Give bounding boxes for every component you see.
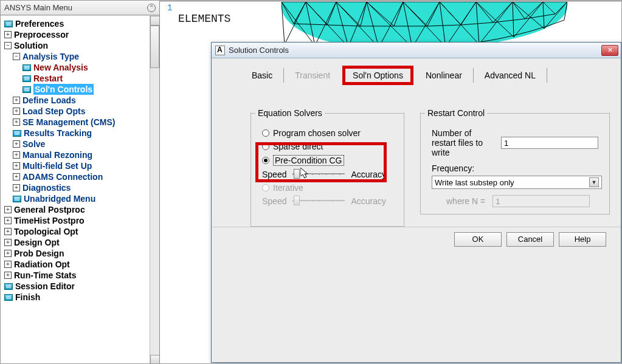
tree-item[interactable]: +Solve bbox=[2, 139, 159, 149]
plus-icon[interactable]: + bbox=[4, 250, 12, 257]
scroll-thumb[interactable] bbox=[150, 26, 159, 68]
ok-button[interactable]: OK bbox=[454, 232, 502, 247]
tree-item[interactable]: Session Editor bbox=[2, 281, 159, 292]
tab-nonlinear[interactable]: Nonlinear bbox=[416, 67, 472, 84]
tab-transient[interactable]: Transient bbox=[285, 67, 340, 84]
tree-item-label: Analysis Type bbox=[22, 51, 79, 62]
tree-item[interactable]: Unabridged Menu bbox=[2, 193, 159, 204]
cancel-button[interactable]: Cancel bbox=[506, 232, 554, 247]
tree-view[interactable]: Preferences+Preprocessor−Solution−Analys… bbox=[1, 16, 159, 305]
sidebar-header: ANSYS Main Menu ⌃ bbox=[1, 1, 159, 15]
frequency-label: Frequency: bbox=[432, 163, 598, 173]
tree-item-label: ADAMS Connection bbox=[22, 171, 103, 182]
viewport-label: ELEMENTS bbox=[178, 13, 230, 25]
tree-item[interactable]: +Define Loads bbox=[2, 95, 159, 106]
tab-basic[interactable]: Basic bbox=[242, 67, 282, 84]
form-icon bbox=[13, 196, 21, 202]
frequency-select[interactable]: Write last substep only ▼ bbox=[432, 176, 602, 189]
tree-item[interactable]: +Radiation Opt bbox=[2, 259, 159, 270]
tree-item[interactable]: +Diagnostics bbox=[2, 182, 159, 193]
radio-program-label: Program chosen solver bbox=[273, 128, 361, 138]
form-icon bbox=[4, 21, 13, 27]
slider-thumb-disabled bbox=[294, 196, 300, 205]
tree-item[interactable]: +Multi-field Set Up bbox=[2, 160, 159, 171]
slider-speed-label-disabled: Speed bbox=[262, 196, 286, 206]
tree-item-label: Results Tracking bbox=[24, 128, 92, 139]
plus-icon[interactable]: + bbox=[13, 108, 20, 115]
tree-item[interactable]: Preferences bbox=[2, 18, 159, 29]
tab-soln-options-highlight: Sol'n Options bbox=[342, 66, 413, 85]
tree-item-label: SE Management (CMS) bbox=[22, 117, 115, 128]
tree-item[interactable]: Results Tracking bbox=[2, 128, 159, 139]
mouse-cursor-icon bbox=[300, 168, 309, 179]
plus-icon[interactable]: + bbox=[4, 261, 12, 268]
tab-advanced-nl[interactable]: Advanced NL bbox=[475, 67, 545, 84]
tree-item[interactable]: +Topological Opt bbox=[2, 226, 159, 237]
tree-item[interactable]: +Design Opt bbox=[2, 237, 159, 248]
plus-icon[interactable]: + bbox=[13, 184, 20, 191]
plus-icon[interactable]: + bbox=[13, 162, 20, 170]
tree-item-label: Radiation Opt bbox=[14, 259, 70, 270]
plus-icon[interactable]: + bbox=[13, 97, 20, 104]
tree-item-label: Session Editor bbox=[15, 281, 75, 292]
tree-item[interactable]: Sol'n Controls bbox=[2, 84, 159, 95]
plus-icon[interactable]: + bbox=[13, 151, 20, 159]
iterative-slider-row: Speed Accuracy bbox=[262, 196, 393, 206]
tree-item-label: Diagnostics bbox=[22, 182, 71, 193]
tree-item[interactable]: Finish bbox=[2, 292, 159, 303]
main-menu-sidebar: ANSYS Main Menu ⌃ Preferences+Preprocess… bbox=[1, 1, 160, 364]
tab-divider bbox=[473, 68, 474, 83]
tree-item-label: Finish bbox=[15, 292, 40, 303]
plus-icon[interactable]: + bbox=[13, 140, 20, 148]
close-icon[interactable]: ✕ bbox=[601, 45, 618, 56]
tree-item[interactable]: +General Postproc bbox=[2, 204, 159, 215]
svg-marker-0 bbox=[300, 168, 308, 178]
scroll-up-icon[interactable]: ▲ bbox=[150, 16, 159, 26]
app-icon bbox=[215, 46, 225, 55]
plus-icon[interactable]: + bbox=[4, 272, 12, 279]
highlight-box-pcg bbox=[255, 142, 387, 182]
viewport-line-number: 1 bbox=[167, 3, 172, 13]
tree-item[interactable]: −Analysis Type bbox=[2, 51, 159, 62]
restart-nfiles-input[interactable] bbox=[501, 137, 598, 149]
plus-icon[interactable]: + bbox=[4, 239, 12, 246]
sidebar-collapse-icon[interactable]: ⌃ bbox=[147, 4, 156, 12]
dialog-titlebar[interactable]: Solution Controls ✕ bbox=[212, 43, 621, 58]
tree-item[interactable]: +Manual Rezoning bbox=[2, 149, 159, 160]
plus-icon[interactable]: + bbox=[13, 118, 20, 126]
form-icon bbox=[22, 86, 31, 93]
tree-item-label: Multi-field Set Up bbox=[22, 160, 92, 171]
plus-icon[interactable]: + bbox=[4, 31, 12, 38]
plus-icon[interactable]: + bbox=[13, 173, 20, 180]
plus-icon[interactable]: + bbox=[4, 217, 12, 224]
tree-item-label: TimeHist Postpro bbox=[14, 215, 85, 226]
chevron-down-icon[interactable]: ▼ bbox=[589, 177, 599, 187]
tree-item[interactable]: +Prob Design bbox=[2, 248, 159, 259]
tab-soln-options[interactable]: Sol'n Options bbox=[353, 70, 403, 80]
tree-item-label: Design Opt bbox=[14, 237, 60, 248]
scroll-down-icon[interactable]: ▼ bbox=[150, 355, 159, 364]
tree-item-label: Unabridged Menu bbox=[24, 193, 95, 204]
help-button[interactable]: Help bbox=[559, 232, 606, 247]
tree-item[interactable]: +Run-Time Stats bbox=[2, 270, 159, 281]
tree-scrollbar[interactable]: ▲ ▼ bbox=[150, 16, 159, 364]
tree-item-label: New Analysis bbox=[33, 62, 88, 73]
tree-item[interactable]: Restart bbox=[2, 73, 159, 84]
plus-icon[interactable]: + bbox=[4, 206, 12, 213]
tree-item-label: Preprocessor bbox=[14, 29, 69, 40]
radio-icon bbox=[262, 184, 269, 191]
slider-accuracy-label-disabled: Accuracy bbox=[351, 196, 386, 206]
tree-item-label: Manual Rezoning bbox=[22, 149, 92, 160]
restart-nfiles-label: Number of restart files to write bbox=[432, 128, 494, 157]
plus-icon[interactable]: + bbox=[4, 228, 12, 235]
tree-item[interactable]: −Solution bbox=[2, 40, 159, 51]
radio-program-solver[interactable]: Program chosen solver bbox=[262, 128, 393, 138]
tree-item[interactable]: +ADAMS Connection bbox=[2, 171, 159, 182]
minus-icon[interactable]: − bbox=[13, 53, 20, 60]
tree-item[interactable]: New Analysis bbox=[2, 62, 159, 73]
tree-item[interactable]: +Load Step Opts bbox=[2, 106, 159, 117]
tree-item[interactable]: +TimeHist Postpro bbox=[2, 215, 159, 226]
tree-item[interactable]: +SE Management (CMS) bbox=[2, 117, 159, 128]
minus-icon[interactable]: − bbox=[4, 42, 12, 49]
tree-item[interactable]: +Preprocessor bbox=[2, 29, 159, 40]
